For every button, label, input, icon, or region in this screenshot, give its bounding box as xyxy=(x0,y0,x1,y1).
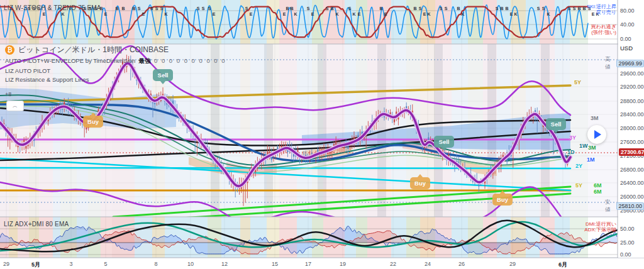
bitcoin-icon: ₿ xyxy=(5,45,14,55)
sr-label-3m: 3M xyxy=(591,115,599,121)
top-pane-note-red: 買われ過ぎ(張付:強い) xyxy=(553,24,616,35)
signal-letter: E xyxy=(104,12,108,16)
signal-letter: B xyxy=(115,6,118,11)
price-axis-tick: 29600.00 xyxy=(620,70,644,77)
price-axis[interactable]: USD 80.0040.000.0029600.0029200.0028800.… xyxy=(618,0,644,258)
time-tick: 29 xyxy=(3,261,9,267)
signal-letter: E xyxy=(213,12,216,16)
signal-letter: S xyxy=(138,6,141,11)
time-tick: 5 xyxy=(104,261,107,267)
signal-letter: B xyxy=(290,6,293,11)
price-axis-tick: 28000.00 xyxy=(620,125,644,131)
time-tick: 8 xyxy=(154,261,157,267)
price-axis-tick: 26800.00 xyxy=(620,167,644,173)
time-tick: 22 xyxy=(390,261,396,267)
symbol-header: ₿ ビットコイン／米ドル・1時間・COINBASE AUTO PILOT+W-E… xyxy=(5,45,226,83)
srlines-count: +8 xyxy=(5,91,11,97)
signal-letter: S xyxy=(245,6,248,11)
sell-badge: Sell xyxy=(434,136,454,148)
sr-label-5y: 5Y xyxy=(574,79,581,85)
signal-letter: S xyxy=(307,6,310,11)
adx-axis-tick: 0.00 xyxy=(620,251,631,258)
signal-letter: B xyxy=(132,6,135,11)
time-tick: 19 xyxy=(340,261,346,267)
signal-letter: K xyxy=(294,12,297,16)
adx-axis-tick: 25.00 xyxy=(620,239,635,246)
signal-letter: K xyxy=(427,12,430,16)
sr-label-6m: 6M xyxy=(594,189,602,195)
signal-letter: K xyxy=(352,12,355,16)
osc-axis-tick: 0.00 xyxy=(620,36,631,42)
collapse-pane-button[interactable]: ︿ xyxy=(6,101,24,111)
sr-label-3y: 3Y xyxy=(569,134,576,141)
signal-letter: E xyxy=(250,12,253,16)
signal-letter: K xyxy=(335,12,338,16)
signal-letter: B xyxy=(505,6,508,11)
price-axis-tick: 26400.00 xyxy=(620,180,644,186)
signal-letter: S xyxy=(542,6,545,11)
time-tick: 26 xyxy=(458,261,465,267)
signal-letter: S xyxy=(419,6,422,11)
time-tick: 29 xyxy=(509,261,516,267)
osc-axis-tick: 80.00 xyxy=(620,8,635,14)
sr-label-6m: 6M xyxy=(594,182,602,189)
badge-pointer xyxy=(441,147,447,151)
trading-chart-window: LIZ W-STOCH & TREND 75 EMA SKI:逆行上昇戻り売り … xyxy=(0,0,644,269)
osc-axis-tick: 40.00 xyxy=(620,21,635,28)
signal-letter: S xyxy=(326,6,329,11)
symbol-title[interactable]: ビットコイン／米ドル・1時間・COINBASE xyxy=(18,45,169,55)
signal-letter: B xyxy=(121,6,125,11)
replay-play-button[interactable] xyxy=(587,125,606,144)
indicator-row-envelope[interactable]: AUTO PILOT+W-ENVELOPE by TimeDimenSion 最… xyxy=(5,57,226,65)
chart-canvas[interactable] xyxy=(0,0,644,269)
price-axis-tick: 28400.00 xyxy=(620,111,644,118)
signal-letter: S xyxy=(202,6,205,11)
top-pane-note-blue: SKI:逆行上昇戻り売り xyxy=(553,4,616,15)
badge-pointer xyxy=(499,190,506,194)
signal-letter: E xyxy=(283,12,286,16)
buy-badge: Buy xyxy=(410,177,430,189)
signal-letter: E xyxy=(142,12,145,16)
play-icon xyxy=(594,130,601,139)
sell-badge: Sell xyxy=(546,118,566,130)
time-tick: 5月 xyxy=(31,261,40,269)
bottom-pane-title: LIZ ADX+DMI 80 EMA xyxy=(4,221,69,228)
badge-pointer xyxy=(160,80,166,84)
signal-letter: K xyxy=(164,12,167,16)
signal-letter: E xyxy=(311,12,314,16)
high-price-label: 高値 29969.99 xyxy=(605,56,644,71)
adx-axis-tick: 50.00 xyxy=(620,226,635,232)
sell-badge: Sell xyxy=(153,69,173,81)
signal-letter: B xyxy=(286,6,289,11)
signal-letter: S xyxy=(348,6,352,11)
signal-letter: E xyxy=(510,12,513,16)
signal-letter: E xyxy=(384,12,387,16)
signal-letter: B xyxy=(330,6,333,11)
buy-badge: Buy xyxy=(83,116,103,128)
sr-label-3m: 3M xyxy=(588,145,596,151)
sr-label-1w: 1W xyxy=(579,143,588,149)
sr-label-1d: 1D xyxy=(567,149,575,155)
low-price-label: 安値 25810.00 xyxy=(605,199,644,214)
time-tick: 6月 xyxy=(558,261,567,269)
sr-label-5y: 5Y xyxy=(575,182,582,189)
badge-pointer xyxy=(90,113,96,116)
time-tick: 17 xyxy=(305,261,311,267)
badge-pointer xyxy=(417,174,423,178)
sr-label-2y: 2Y xyxy=(575,163,582,169)
signal-letter: S xyxy=(197,6,200,11)
indicator-row-srlines[interactable]: LIZ Resistance & Support Lines xyxy=(5,76,226,83)
signal-letter: S xyxy=(150,6,153,11)
signal-letter: S xyxy=(440,6,443,11)
currency-label: USD xyxy=(620,45,633,52)
signal-letter: K xyxy=(461,12,464,16)
signal-letter: K xyxy=(61,12,64,16)
price-axis-tick: 29200.00 xyxy=(620,84,644,90)
signal-letter: K xyxy=(547,12,550,16)
badge-pointer xyxy=(553,129,559,133)
time-axis[interactable]: 295月3581012151719222426296月 xyxy=(0,258,644,269)
indicator-row-autopilot[interactable]: LIZ AUTO PILOT xyxy=(5,67,226,74)
signal-letter: S xyxy=(208,6,211,11)
signal-letter: E xyxy=(43,12,46,16)
signal-letter: S xyxy=(496,6,499,11)
